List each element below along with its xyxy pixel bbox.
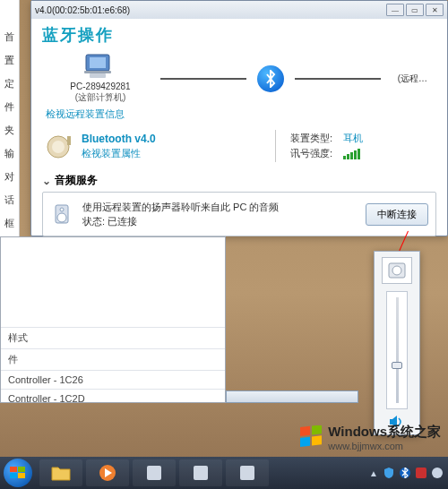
svg-rect-6 (67, 136, 71, 145)
audio-service-label: 音频服务 (55, 173, 98, 188)
taskbar-item[interactable] (133, 459, 176, 486)
signal-strength-icon (343, 149, 360, 159)
volume-device-icon[interactable] (382, 257, 412, 284)
connection-diagram: PC-289429281 (这部计算机) (远程… (42, 53, 436, 104)
svg-rect-21 (147, 466, 161, 480)
volume-slider[interactable] (386, 291, 408, 409)
local-pc-name: PC-289429281 (70, 82, 130, 91)
svg-rect-3 (90, 73, 106, 78)
taskbar-item[interactable] (179, 459, 222, 486)
svg-rect-17 (18, 467, 25, 472)
device-type-value: 耳机 (343, 132, 363, 145)
collapse-icon: ⌄ (42, 175, 51, 187)
list-item[interactable]: 样式 (1, 327, 225, 348)
list-item[interactable]: Controller - 1C26 (1, 370, 225, 389)
signal-strength-label: 讯号强度: (290, 147, 332, 160)
remote-device-label: (远程… (392, 73, 427, 85)
volume-mixer-popup (374, 251, 420, 435)
speaker-icon (50, 202, 75, 227)
svg-point-8 (57, 213, 66, 222)
taskbar-item[interactable] (226, 459, 269, 486)
windows-start-icon (10, 467, 26, 479)
volume-slider-thumb[interactable] (392, 362, 402, 369)
audio-service-header[interactable]: ⌄ 音频服务 (42, 173, 436, 188)
tray-bluetooth-icon[interactable] (400, 468, 410, 478)
list-item[interactable]: 件 (1, 348, 225, 370)
watermark-url: www.bjjmwx.com (328, 441, 441, 451)
svg-point-11 (392, 266, 401, 275)
minimize-button[interactable]: — (386, 4, 404, 16)
list-item[interactable]: Controller - 1C2D (1, 389, 225, 408)
svg-rect-16 (10, 467, 17, 472)
view-device-properties-link[interactable]: 检视装置属性 (82, 147, 156, 160)
svg-rect-23 (240, 466, 254, 480)
bluetooth-device-name: Bluetooth v4.0 (82, 133, 156, 145)
app-icon (238, 464, 256, 482)
start-button[interactable] (4, 459, 32, 487)
window-title: v4.0(00:02:5b:01:e6:68) (35, 5, 384, 15)
left-sidebar-item[interactable]: 输对话框 (0, 142, 19, 235)
svg-rect-12 (300, 425, 310, 435)
taskbar-item[interactable] (86, 459, 129, 486)
background-window: 样式 件 Controller - 1C26 Controller - 1C2D (0, 236, 226, 403)
svg-point-9 (60, 208, 64, 211)
status-value: 已连接 (108, 216, 137, 227)
svg-rect-19 (18, 473, 25, 478)
bluetooth-window: v4.0(00:02:5b:01:e6:68) — ▭ ✕ 蓝牙操作 PC-28… (30, 0, 448, 236)
left-sidebar-item[interactable]: 置 (0, 48, 19, 72)
tray-icon[interactable]: ▲ (369, 468, 378, 478)
computer-icon (82, 53, 118, 80)
local-pc-sublabel: (这部计算机) (75, 91, 126, 104)
tray-shield-icon[interactable] (383, 468, 394, 478)
svg-rect-13 (312, 425, 322, 435)
media-player-icon (99, 464, 116, 482)
window-heading: 蓝牙操作 (42, 24, 436, 46)
watermark: Windows系统之家 www.bjjmwx.com (299, 424, 441, 451)
device-type-label: 装置类型: (290, 132, 332, 145)
svg-rect-2 (84, 71, 111, 73)
view-remote-device-info-link[interactable]: 检视远程装置信息 (46, 107, 436, 121)
connection-line-left (160, 78, 246, 80)
folder-icon (51, 465, 71, 481)
svg-rect-1 (90, 57, 106, 68)
left-sidebar-item[interactable]: 定 (0, 72, 19, 95)
speaker-box-icon (387, 262, 407, 279)
bluetooth-icon (257, 65, 284, 92)
app-icon (192, 464, 210, 482)
svg-rect-26 (432, 468, 443, 478)
status-label: 状态: (82, 216, 105, 227)
svg-rect-25 (416, 468, 426, 478)
taskbar-item[interactable] (39, 459, 82, 486)
svg-point-5 (52, 141, 65, 153)
watermark-suffix: 系统之家 (387, 424, 441, 439)
tray-app-icon[interactable] (432, 468, 443, 478)
svg-rect-18 (10, 473, 17, 478)
audio-description: 使用远程装置的扬声器聆听来自此 PC 的音频 (82, 200, 366, 214)
app-icon (145, 464, 163, 482)
headphone-device-icon (42, 131, 82, 161)
left-sidebar-item[interactable]: 首 (0, 25, 19, 48)
windows-logo-icon (299, 425, 324, 450)
connection-line-right (295, 78, 381, 80)
tray-app-icon[interactable] (416, 468, 426, 478)
svg-rect-15 (312, 435, 322, 445)
maximize-button[interactable]: ▭ (406, 4, 424, 16)
window-titlebar[interactable]: v4.0(00:02:5b:01:e6:68) — ▭ ✕ (31, 1, 447, 19)
watermark-brand: Windows (328, 424, 387, 439)
svg-rect-14 (300, 436, 310, 446)
svg-rect-22 (194, 466, 208, 480)
taskbar: ▲ (0, 457, 448, 489)
minimized-window-strip[interactable] (226, 390, 358, 403)
close-button[interactable]: ✕ (426, 4, 444, 16)
left-sidebar-item[interactable]: 件夹 (0, 95, 19, 142)
disconnect-button[interactable]: 中断连接 (366, 203, 428, 226)
